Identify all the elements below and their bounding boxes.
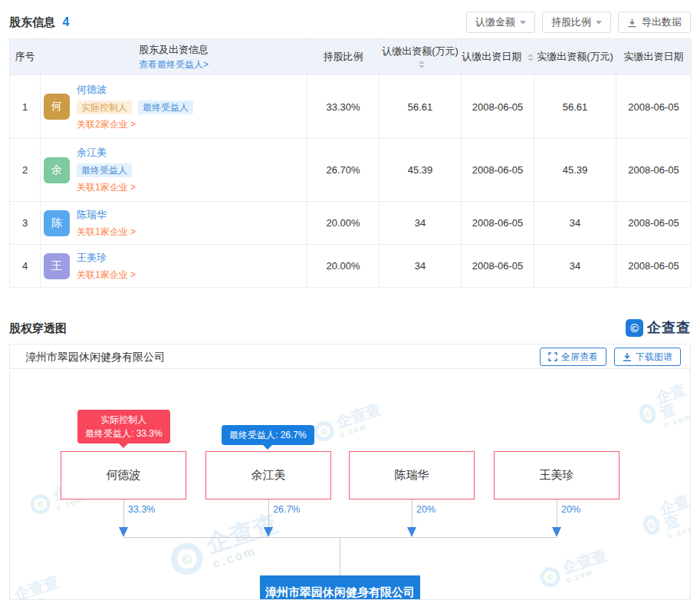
qcc-watermark: © 企查查c.com bbox=[634, 381, 691, 436]
callout-line1: 最终受益人: 26.7% bbox=[229, 428, 307, 442]
arrow-down-icon bbox=[119, 527, 128, 537]
arrow-down-icon bbox=[264, 527, 273, 537]
subscribed-amount-value: 56.61 bbox=[380, 75, 462, 139]
ownership-percent: 20% bbox=[416, 504, 435, 515]
col-subscribed-date: 认缴出资日期 bbox=[462, 39, 534, 75]
fullscreen-button[interactable]: 全屏查看 bbox=[540, 348, 606, 366]
row-index: 4 bbox=[10, 245, 41, 288]
col-ratio: 持股比例 bbox=[307, 39, 380, 75]
actual-controller-badge: 实际控制人 bbox=[77, 101, 132, 114]
paid-amount-value: 34 bbox=[534, 245, 616, 288]
ratio-value: 33.30% bbox=[307, 75, 380, 139]
chart-node-root-company[interactable]: 漳州市翠园休闲健身有限公司 bbox=[260, 575, 420, 600]
connector-line bbox=[412, 499, 412, 529]
paid-amount-value: 56.61 bbox=[534, 75, 616, 139]
avatar: 余 bbox=[44, 157, 70, 183]
related-companies-link[interactable]: 关联1家企业 > bbox=[77, 226, 136, 239]
fullscreen-label: 全屏查看 bbox=[561, 351, 598, 364]
table-row: 1 何 何德波 实际控制人 最终受益人 关联2家企业 > 33.30% 56.6… bbox=[10, 75, 692, 139]
sort-icon[interactable] bbox=[419, 61, 425, 68]
related-companies-link[interactable]: 关联1家企业 > bbox=[77, 181, 136, 194]
paid-amount-value: 45.39 bbox=[534, 139, 616, 202]
arrow-down-icon bbox=[407, 527, 416, 537]
shareholder-name-link[interactable]: 陈瑞华 bbox=[77, 208, 107, 222]
shareholder-name-link[interactable]: 王美珍 bbox=[77, 251, 107, 265]
amount-filter-label: 认缴金额 bbox=[475, 15, 515, 29]
chart-node-shareholder[interactable]: 王美珍 bbox=[494, 451, 619, 499]
qcc-watermark: © 企查查c.com bbox=[537, 547, 611, 592]
shareholder-name-link[interactable]: 余江美 bbox=[77, 146, 107, 160]
export-data-label: 导出数据 bbox=[642, 15, 682, 29]
download-chart-button[interactable]: 下载图谱 bbox=[614, 348, 681, 366]
row-index: 2 bbox=[10, 139, 41, 202]
qcc-logo-icon: © bbox=[626, 319, 643, 337]
col-shareholder-label: 股东及出资信息 bbox=[139, 44, 209, 55]
shareholders-toolbar: 认缴金额 持股比例 导出数据 bbox=[466, 12, 691, 33]
chart-node-shareholder[interactable]: 何德波 bbox=[61, 451, 186, 499]
avatar: 何 bbox=[44, 94, 70, 120]
qcc-brand-name: 企查查 bbox=[647, 318, 691, 337]
qcc-watermark: © 企查查c.com bbox=[166, 510, 285, 582]
actual-controller-callout: 实际控制人 最终受益人: 33.3% bbox=[77, 410, 170, 443]
ratio-value: 26.70% bbox=[307, 139, 380, 202]
table-row: 3 陈 陈瑞华 关联1家企业 > 20.00% 34 2008-06-05 34… bbox=[10, 202, 692, 245]
qcc-watermark: © 企查查c.com bbox=[9, 574, 64, 600]
final-beneficiary-badge: 最终受益人 bbox=[77, 163, 132, 177]
shareholders-header: 股东信息 4 认缴金额 持股比例 导出数据 bbox=[9, 11, 691, 34]
col-subscribed-date-label: 认缴出资日期 bbox=[462, 51, 521, 62]
sort-icon[interactable] bbox=[527, 54, 534, 61]
subscribed-date-value: 2008-06-05 bbox=[462, 139, 534, 202]
row-index: 1 bbox=[10, 75, 41, 139]
callout-line1: 实际控制人 bbox=[85, 413, 163, 427]
avatar: 王 bbox=[44, 253, 70, 279]
qcc-brand: © 企查查 bbox=[626, 318, 691, 337]
col-shareholder: 股东及出资信息 查看最终受益人> bbox=[41, 39, 307, 75]
subscribed-amount-value: 34 bbox=[380, 245, 462, 288]
col-subscribed-amount-label: 认缴出资额(万元) bbox=[382, 45, 458, 57]
ownership-percent: 20% bbox=[561, 504, 580, 515]
view-beneficiary-link[interactable]: 查看最终受益人> bbox=[41, 58, 307, 71]
download-icon bbox=[623, 352, 632, 361]
connector-line bbox=[123, 537, 557, 538]
subscribed-date-value: 2008-06-05 bbox=[462, 202, 534, 245]
related-companies-link[interactable]: 关联2家企业 > bbox=[77, 118, 136, 131]
row-index: 3 bbox=[10, 202, 41, 245]
amount-filter-button[interactable]: 认缴金额 bbox=[466, 12, 535, 33]
equity-chart-panel: 漳州市翠园休闲健身有限公司 全屏查看 下载图谱 © 企查查c.com © bbox=[9, 344, 691, 600]
chevron-down-icon bbox=[596, 21, 602, 25]
paid-date-value: 2008-06-05 bbox=[616, 139, 692, 202]
download-icon bbox=[627, 18, 637, 28]
subscribed-date-value: 2008-06-05 bbox=[462, 245, 534, 288]
beneficiary-callout: 最终受益人: 26.7% bbox=[222, 425, 314, 445]
equity-panel-header: 漳州市翠园休闲健身有限公司 全屏查看 下载图谱 bbox=[10, 345, 690, 369]
avatar: 陈 bbox=[44, 210, 70, 236]
related-companies-link[interactable]: 关联1家企业 > bbox=[77, 269, 136, 282]
connector-line bbox=[268, 499, 269, 529]
paid-date-value: 2008-06-05 bbox=[616, 245, 692, 288]
shareholder-name-link[interactable]: 何德波 bbox=[77, 83, 107, 97]
shareholders-count: 4 bbox=[62, 15, 69, 28]
callout-line2: 最终受益人: 33.3% bbox=[85, 427, 163, 440]
table-header-row: 序号 股东及出资信息 查看最终受益人> 持股比例 认缴出资额(万元) 认缴出资日… bbox=[10, 39, 692, 75]
ratio-filter-label: 持股比例 bbox=[551, 15, 591, 29]
subscribed-amount-value: 45.39 bbox=[380, 139, 462, 202]
ratio-value: 20.00% bbox=[307, 245, 380, 288]
shareholders-table: 序号 股东及出资信息 查看最终受益人> 持股比例 认缴出资额(万元) 认缴出资日… bbox=[9, 38, 692, 288]
export-data-button[interactable]: 导出数据 bbox=[618, 12, 691, 33]
ratio-filter-button[interactable]: 持股比例 bbox=[542, 12, 611, 33]
table-row: 2 余 余江美 最终受益人 关联1家企业 > 26.70% 45.39 2008… bbox=[10, 139, 692, 202]
equity-title: 股权穿透图 bbox=[9, 316, 67, 341]
ownership-percent: 33.3% bbox=[128, 504, 155, 515]
col-paid-amount: 实缴出资额(万元) bbox=[534, 39, 616, 75]
panel-company-name: 漳州市翠园休闲健身有限公司 bbox=[25, 345, 165, 369]
qcc-watermark: © 企查查c.com bbox=[638, 493, 691, 547]
col-subscribed-amount: 认缴出资额(万元) bbox=[380, 39, 462, 75]
paid-amount-value: 34 bbox=[534, 202, 616, 245]
equity-header: 股权穿透图 © 企查查 bbox=[9, 316, 691, 341]
fullscreen-icon bbox=[548, 352, 557, 361]
chart-node-shareholder[interactable]: 余江美 bbox=[205, 451, 331, 499]
chart-node-shareholder[interactable]: 陈瑞华 bbox=[349, 451, 475, 499]
table-row: 4 王 王美珍 关联1家企业 > 20.00% 34 2008-06-05 34… bbox=[10, 245, 692, 288]
paid-date-value: 2008-06-05 bbox=[616, 202, 692, 245]
chevron-down-icon bbox=[520, 21, 526, 25]
